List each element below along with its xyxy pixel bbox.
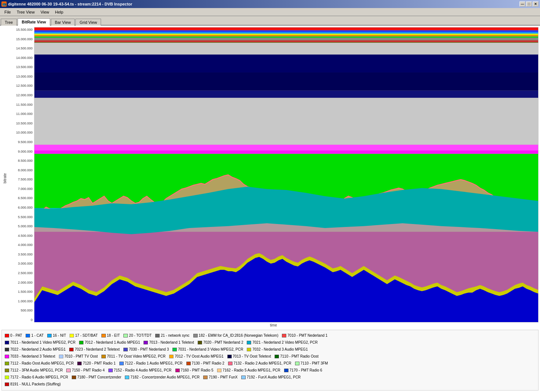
menu-bar: File Tree View View Help <box>0 8 540 16</box>
legend-item-7031: 7031 - Nederland 3 Video MPEG2, PCR <box>172 346 243 353</box>
legend-color-7033 <box>5 355 9 358</box>
legend-item-7122: 7122 - Radio 1 Audio MPEG1, PCR <box>119 360 183 367</box>
legend-color-7182 <box>125 376 129 379</box>
legend-row-1: 0 - PAT 1 - CAT 16 - NIT 17 - SDT/BAT 18… <box>5 332 535 339</box>
legend-color-7012b <box>169 355 174 358</box>
legend-item-nit: 16 - NIT <box>47 332 66 339</box>
chart-with-axis: 15.500.000 15.000.000 14.500.000 14.000.… <box>8 27 539 330</box>
svg-rect-61 <box>34 27 538 30</box>
legend-color-7112 <box>5 362 9 365</box>
legend-color-7130 <box>186 362 191 365</box>
close-button[interactable]: ✕ <box>533 1 539 7</box>
legend-color-7010b <box>59 355 63 358</box>
legend-item-7192: 7192 - FunX Audio MPEG1, PCR <box>241 374 301 381</box>
legend-item-pat: 0 - PAT <box>5 332 22 339</box>
legend-item-7112: 7112 - Radio Oost Audio MPEG1, PCR <box>5 360 74 367</box>
legend-item-pmt7010: 7010 - PMT Nederland 1 <box>282 332 327 339</box>
window-controls: — □ ✕ <box>519 1 539 7</box>
legend-item-7012b: 7012 - TV Oost Audio MPEG1 <box>169 353 223 360</box>
legend-item-7170: 7170 - PMT Radio 6 <box>284 367 322 374</box>
legend-color-sdtbat <box>70 334 74 337</box>
menu-tree-view[interactable]: Tree View <box>14 9 38 15</box>
legend-color-nit <box>47 334 52 337</box>
legend-item-7190: 7190 - PMT FunX <box>203 374 238 381</box>
legend-item-7130: 7130 - PMT Radio 2 <box>186 360 224 367</box>
window-title: digitenne 482000 06-30 19-43-54.ts - str… <box>8 2 132 6</box>
tab-bar-view[interactable]: Bar View <box>51 19 75 26</box>
tab-tree[interactable]: Tree <box>1 19 17 26</box>
chart-container: bitrate 15.500.000 15.000.000 14.500.000… <box>1 27 539 330</box>
svg-rect-67 <box>34 38 538 40</box>
maximize-button[interactable]: □ <box>526 1 532 7</box>
legend-item-7011: 7011 - Nederland 1 Video MPEG2, PCR <box>5 339 75 346</box>
menu-view[interactable]: View <box>38 9 52 15</box>
legend-color-7120 <box>77 362 82 365</box>
legend-item-7150: 7150 - PMT Radio 4 <box>66 367 104 374</box>
legend-color-7170 <box>284 369 288 372</box>
legend-color-7110b <box>295 362 299 365</box>
legend-row-6: 7112 - 3FM Audio MPEG1, PCR 7150 - PMT R… <box>5 367 535 374</box>
menu-file[interactable]: File <box>1 9 14 15</box>
legend-color-7192 <box>241 376 246 379</box>
legend-item-netsync: 21 - network sync <box>155 332 189 339</box>
legend-row-4: 7033 - Nederland 3 Teletext 7010 - PMT T… <box>5 353 535 360</box>
legend-row-8: 8191 - NULL Packets (Stuffing) <box>5 381 535 388</box>
minimize-button[interactable]: — <box>519 1 525 7</box>
legend-row-7: 7172 - Radio 6 Audio MPEG1, PCR 7180 - P… <box>5 374 535 381</box>
main-content: bitrate 15.500.000 15.000.000 14.500.000… <box>0 26 540 392</box>
legend-color-8191 <box>5 382 9 386</box>
svg-rect-69 <box>34 72 538 90</box>
legend-item-7030: 7030 - PMT Nederland 3 <box>123 346 169 353</box>
legend-color-tottdt <box>123 334 128 337</box>
chart-area <box>34 27 539 322</box>
legend-color-pat <box>5 334 9 337</box>
legend-item-7180: 7180 - PMT Concertzender <box>72 374 121 381</box>
bitrate-chart <box>34 27 538 322</box>
legend-color-7030 <box>123 348 128 351</box>
legend-item-7013b: 7013 - TV Oost Teletext <box>227 353 271 360</box>
legend-color-7162 <box>217 369 221 372</box>
legend-item-7172: 7172 - Radio 6 Audio MPEG1, PCR <box>5 374 68 381</box>
legend-item-7010b: 7010 - PMT TV Oost <box>59 353 98 360</box>
y-axis: 15.500.000 15.000.000 14.500.000 14.000.… <box>8 27 34 322</box>
tab-bar: Tree BitRate View Bar View Grid View <box>0 16 540 26</box>
tab-grid-view[interactable]: Grid View <box>75 19 101 26</box>
legend-color-7021 <box>247 341 251 344</box>
legend-item-7120: 7120 - PMT Radio 1 <box>77 360 115 367</box>
legend-color-7172 <box>5 376 9 379</box>
chart-legend: 0 - PAT 1 - CAT 16 - NIT 17 - SDT/BAT 18… <box>1 330 539 391</box>
legend-color-7132 <box>228 362 232 365</box>
legend-row-3: 7022 - Nederland 2 Audio MPEG1 7023 - Ne… <box>5 346 535 353</box>
legend-item-7110: 7110 - PMT Radio Oost <box>275 353 319 360</box>
legend-item-emm: 182 - EMM for CA_ID:2816 (Norwegian Tele… <box>193 332 279 339</box>
legend-color-7122 <box>119 362 124 365</box>
legend-color-7180 <box>72 376 76 379</box>
legend-color-7012 <box>79 341 83 344</box>
app-icon: 📺 <box>1 1 7 7</box>
legend-item-7033: 7033 - Nederland 3 Teletext <box>5 353 55 360</box>
legend-item-7160: 7160 - PMT Radio 5 <box>175 367 213 374</box>
svg-rect-68 <box>34 40 538 42</box>
legend-color-7152 <box>108 369 113 372</box>
svg-rect-66 <box>34 37 538 38</box>
legend-color-7110 <box>275 355 279 358</box>
svg-rect-62 <box>34 30 538 32</box>
svg-rect-70 <box>34 91 538 98</box>
legend-item-7011b: 7011 - TV Oost Video MPEG2, PCR <box>101 353 165 360</box>
legend-item-7032: 7032 - Nederland 3 Audio MPEG1 <box>247 346 308 353</box>
svg-rect-64 <box>34 34 538 35</box>
tab-bitrate-view[interactable]: BitRate View <box>18 18 50 26</box>
legend-row-5: 7112 - Radio Oost Audio MPEG1, PCR 7120 … <box>5 360 535 367</box>
legend-color-emm <box>193 334 198 337</box>
legend-item-7110b: 7110 - PMT 3FM <box>295 360 328 367</box>
legend-color-7190 <box>203 376 208 379</box>
legend-item-7112b: 7112 - 3FM Audio MPEG1, PCR <box>5 367 63 374</box>
legend-color-7011b <box>101 355 106 358</box>
menu-help[interactable]: Help <box>52 9 66 15</box>
legend-item-7013: 7013 - Nederland 1 Teletext <box>144 339 194 346</box>
legend-color-netsync <box>155 334 160 337</box>
legend-item-7022: 7022 - Nederland 2 Audio MPEG1 <box>5 346 66 353</box>
legend-color-7032 <box>247 348 251 351</box>
legend-item-tottdt: 20 - TOT/TDT <box>123 332 152 339</box>
legend-item-eit: 18 - EIT <box>101 332 120 339</box>
